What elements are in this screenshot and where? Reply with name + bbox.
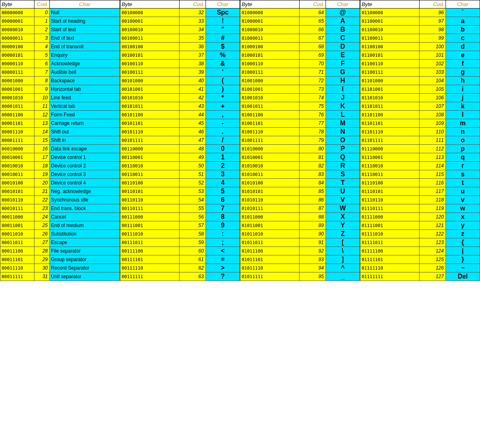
cod-cell: 40 bbox=[180, 77, 206, 85]
byte-cell: 01110110 bbox=[360, 196, 420, 204]
byte-cell: 01111100 bbox=[360, 247, 420, 255]
header-char: Char bbox=[206, 0, 240, 9]
table-row: 00111000568 bbox=[120, 213, 240, 221]
byte-cell: 01001010 bbox=[240, 94, 300, 102]
table-row: 00110001491 bbox=[120, 153, 240, 162]
byte-cell: 01101101 bbox=[360, 119, 420, 128]
byte-cell: 01100010 bbox=[360, 26, 420, 34]
byte-cell: 00110101 bbox=[120, 187, 180, 196]
char-cell: c bbox=[446, 34, 480, 43]
byte-cell: 01100001 bbox=[360, 17, 420, 26]
char-cell: Group separator bbox=[49, 255, 120, 264]
table-row: 0001010121Neg. acknowledge bbox=[0, 187, 120, 196]
table-row: 000001106Acknowledge bbox=[0, 60, 120, 68]
byte-cell: 00110110 bbox=[120, 196, 180, 204]
byte-cell: 00110000 bbox=[120, 145, 180, 153]
cod-cell: 57 bbox=[180, 221, 206, 230]
byte-cell: 01000011 bbox=[240, 34, 300, 43]
table-row: 0010011038& bbox=[120, 60, 240, 68]
char-cell: ~ bbox=[446, 264, 480, 272]
cod-cell: 117 bbox=[420, 187, 446, 196]
byte-cell: 00010110 bbox=[0, 196, 34, 204]
char-cell: G bbox=[326, 68, 360, 77]
table-row: 01110110118v bbox=[360, 196, 480, 204]
byte-cell: 00111000 bbox=[120, 213, 180, 221]
char-cell: h bbox=[446, 77, 480, 85]
cod-cell: 39 bbox=[180, 68, 206, 77]
char-cell: 5 bbox=[206, 187, 240, 196]
char-cell: End trans. block bbox=[49, 204, 120, 213]
char-cell: F bbox=[326, 60, 360, 68]
byte-cell: 00101010 bbox=[120, 94, 180, 102]
char-cell: $ bbox=[206, 43, 240, 51]
byte-cell: 00001011 bbox=[0, 102, 34, 111]
byte-cell: 00010111 bbox=[0, 204, 34, 213]
table-row: 01100101101e bbox=[360, 51, 480, 60]
table-row: 0001000117Device control 1 bbox=[0, 153, 120, 162]
char-cell: ! bbox=[206, 17, 240, 26]
cod-cell: 44 bbox=[180, 111, 206, 119]
table-row: 01110101117u bbox=[360, 187, 480, 196]
byte-cell: 00101000 bbox=[120, 77, 180, 85]
byte-cell: 01000000 bbox=[240, 9, 300, 17]
table-row: 01101001105i bbox=[360, 85, 480, 94]
cod-cell: 61 bbox=[180, 255, 206, 264]
cod-cell: 123 bbox=[420, 238, 446, 247]
byte-cell: 00010101 bbox=[0, 187, 34, 196]
byte-cell: 00110001 bbox=[120, 153, 180, 162]
table-row: 0000111115Shift in bbox=[0, 136, 120, 145]
char-cell: J bbox=[326, 94, 360, 102]
byte-cell: 01101100 bbox=[360, 111, 420, 119]
table-row: 0001100024Cancel bbox=[0, 213, 120, 221]
byte-cell: 01011011 bbox=[240, 238, 300, 247]
char-cell: > bbox=[206, 264, 240, 272]
char-cell: H bbox=[326, 77, 360, 85]
cod-cell: 12 bbox=[34, 111, 49, 119]
char-cell: ) bbox=[206, 85, 240, 94]
cod-cell: 65 bbox=[300, 17, 326, 26]
cod-cell: 71 bbox=[300, 68, 326, 77]
header-cod: Cod. bbox=[420, 0, 446, 9]
char-cell: ` bbox=[446, 9, 480, 17]
table-row: 00110111557 bbox=[120, 204, 240, 213]
cod-cell: 6 bbox=[34, 60, 49, 68]
cod-cell: 119 bbox=[420, 204, 446, 213]
cod-cell: 80 bbox=[300, 145, 326, 153]
char-cell: Cancel bbox=[49, 213, 120, 221]
char-cell: z bbox=[446, 230, 480, 238]
table-row: 0000110012Form Feed bbox=[0, 111, 120, 119]
table-row: 00110101535 bbox=[120, 187, 240, 196]
byte-cell: 01001101 bbox=[240, 119, 300, 128]
byte-cell: 01010111 bbox=[240, 204, 300, 213]
cod-cell: 60 bbox=[180, 247, 206, 255]
cod-cell: 110 bbox=[420, 128, 446, 136]
char-cell: 7 bbox=[206, 204, 240, 213]
byte-cell: 01111111 bbox=[360, 272, 420, 281]
char-cell: w bbox=[446, 204, 480, 213]
table-row: 0101100189Y bbox=[240, 221, 360, 230]
cod-cell: 1 bbox=[34, 17, 49, 26]
cod-cell: 120 bbox=[420, 213, 446, 221]
table-row: 0001111131Unit separator bbox=[0, 272, 120, 281]
char-cell: \ bbox=[326, 247, 360, 255]
table-row: 0000101010Line feed bbox=[0, 94, 120, 102]
byte-cell: 01001110 bbox=[240, 128, 300, 136]
byte-cell: 00010001 bbox=[0, 153, 34, 162]
table-row: 0101110193] bbox=[240, 255, 360, 264]
cod-cell: 89 bbox=[300, 221, 326, 230]
cod-cell: 66 bbox=[300, 26, 326, 34]
char-cell: X bbox=[326, 213, 360, 221]
table-row: 00110000480 bbox=[120, 145, 240, 153]
table-row: 0001010020Device control 4 bbox=[0, 179, 120, 187]
char-cell: e bbox=[446, 51, 480, 60]
char-cell: Neg. acknowledge bbox=[49, 187, 120, 196]
section-4-table: ByteCod.Char0110000096`0110000197a011000… bbox=[360, 0, 480, 281]
byte-cell: 00100010 bbox=[120, 26, 180, 34]
byte-cell: 00001111 bbox=[0, 136, 34, 145]
cod-cell: 109 bbox=[420, 119, 446, 128]
cod-cell: 30 bbox=[34, 264, 49, 272]
byte-cell: 00001001 bbox=[0, 85, 34, 94]
table-row: 01111011123{ bbox=[360, 238, 480, 247]
byte-cell: 01101011 bbox=[360, 102, 420, 111]
cod-cell: 126 bbox=[420, 264, 446, 272]
